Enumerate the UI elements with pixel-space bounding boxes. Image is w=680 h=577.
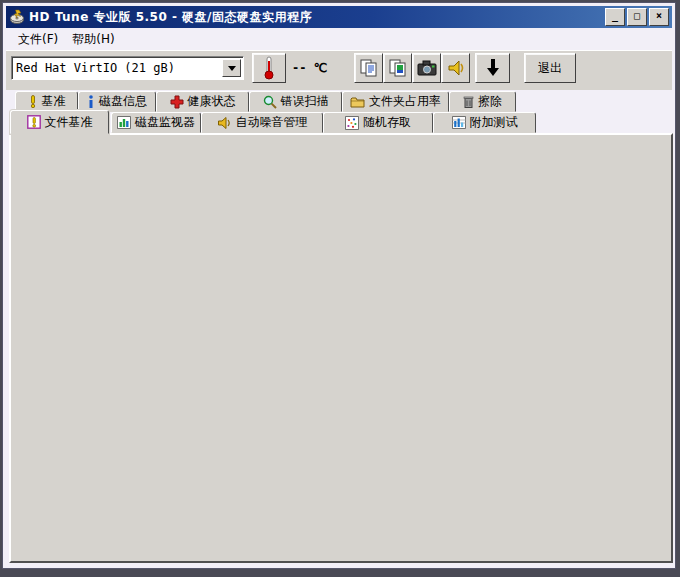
benchmark-icon [28, 95, 38, 108]
file-benchmark-page [9, 133, 673, 563]
menu-help[interactable]: 帮助(H) [65, 29, 121, 50]
trash-icon [463, 95, 474, 108]
thermometer-icon [262, 56, 276, 80]
tab-folder-usage[interactable]: 文件夹占用率 [342, 91, 449, 112]
tab-auto-acoustic[interactable]: 自动噪音管理 [201, 112, 323, 133]
speaker-icon [217, 116, 232, 130]
maximize-button[interactable]: □ [627, 8, 647, 26]
app-window: HD Tune 专业版 5.50 - 硬盘/固态硬盘实用程序 _ □ × 文件(… [2, 2, 676, 569]
close-button[interactable]: × [649, 8, 669, 26]
save-results-button[interactable] [475, 53, 510, 83]
tab-disk-info[interactable]: 磁盘信息 [78, 91, 156, 112]
bar-monitor-icon [117, 116, 131, 129]
drive-select[interactable]: Red Hat VirtIO (21 gB) [11, 56, 244, 80]
tab-error-scan[interactable]: 错误扫描 [249, 91, 342, 112]
tab-erase[interactable]: 擦除 [449, 91, 516, 112]
file-benchmark-icon [27, 115, 41, 129]
temperature-value: -- ℃ [292, 61, 327, 75]
random-dots-icon [345, 116, 359, 130]
tab-health[interactable]: 健康状态 [156, 91, 249, 112]
temperature-button[interactable] [252, 53, 286, 83]
acoustic-icon [446, 58, 466, 78]
tab-extra-tests[interactable]: 附加测试 [433, 112, 536, 133]
screenshot-button[interactable] [412, 53, 441, 83]
folder-icon [350, 96, 365, 108]
tab-random-access[interactable]: 随机存取 [323, 112, 433, 133]
camera-icon [417, 60, 437, 76]
menu-bar: 文件(F) 帮助(H) [6, 29, 672, 50]
extra-tests-icon [452, 116, 466, 129]
info-icon [87, 95, 95, 108]
menu-file[interactable]: 文件(F) [11, 29, 65, 50]
app-icon [9, 9, 25, 25]
magnifier-icon [263, 95, 277, 109]
window-title: HD Tune 专业版 5.50 - 硬盘/固态硬盘实用程序 [29, 9, 312, 26]
exit-button[interactable]: 退出 [524, 53, 576, 83]
drive-select-value: Red Hat VirtIO (21 gB) [16, 61, 175, 75]
tab-disk-monitor[interactable]: 磁盘监视器 [111, 112, 201, 133]
copy-text-icon [359, 58, 379, 78]
health-cross-icon [170, 95, 184, 109]
title-bar: HD Tune 专业版 5.50 - 硬盘/固态硬盘实用程序 _ □ × [6, 6, 672, 28]
copy-image-icon [388, 58, 408, 78]
tab-benchmark[interactable]: 基准 [15, 91, 78, 112]
drive-select-arrow[interactable] [222, 59, 241, 77]
down-arrow-icon [485, 58, 501, 78]
copy-text-button[interactable] [354, 53, 383, 83]
acoustic-button[interactable] [441, 53, 470, 83]
minimize-button[interactable]: _ [605, 8, 625, 26]
tab-file-benchmark[interactable]: 文件基准 [10, 110, 109, 134]
copy-image-button[interactable] [383, 53, 412, 83]
